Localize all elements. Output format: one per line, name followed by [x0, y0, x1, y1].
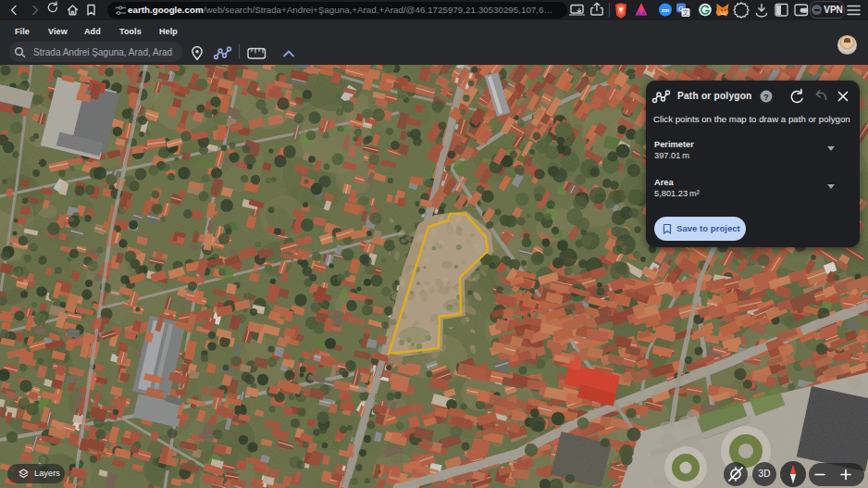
svg-text:zm: zm — [662, 7, 669, 13]
svg-text:文: 文 — [682, 8, 689, 17]
svg-text:?: ? — [763, 92, 769, 102]
